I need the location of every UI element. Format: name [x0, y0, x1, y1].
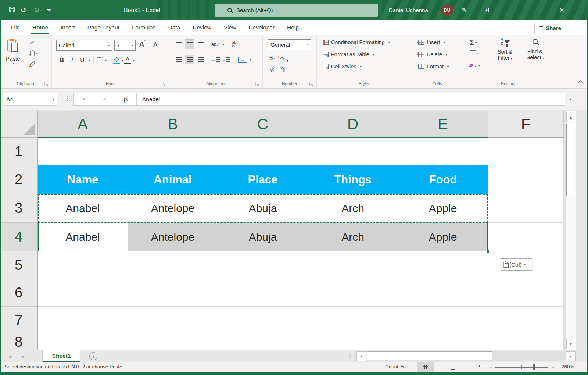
tab-formulas[interactable]: Formulas — [126, 20, 162, 35]
clipboard-dialog-launcher[interactable]: ↘ — [44, 82, 49, 86]
tab-insert[interactable]: Insert — [54, 20, 81, 35]
row-header-1[interactable]: 1 — [0, 138, 37, 165]
wrap-text-button[interactable]: ab c↩ — [232, 40, 237, 48]
horizontal-scrollbar[interactable] — [367, 351, 566, 361]
decrease-decimal-button[interactable]: .00→0 — [280, 66, 286, 73]
font-color-dropdown-icon[interactable]: ▾ — [133, 59, 134, 62]
row-8-cells[interactable] — [38, 334, 564, 350]
cell-d2[interactable]: Things — [308, 165, 398, 194]
format-cells-button[interactable]: Format▾ — [418, 64, 449, 69]
row-header-7[interactable]: 7 — [0, 307, 37, 334]
ribbon-display-options-icon[interactable]: ▲ — [484, 0, 489, 20]
tab-home[interactable]: Home — [26, 20, 54, 35]
cell-a3[interactable]: Anabel — [38, 194, 128, 223]
borders-button[interactable] — [97, 57, 103, 63]
share-button[interactable]: Share — [534, 23, 566, 33]
scroll-up-icon[interactable]: ▲ — [566, 112, 575, 122]
customize-quick-access-icon[interactable]: ▾ — [47, 9, 51, 12]
paste-button[interactable]: Paste ▾ — [6, 39, 20, 65]
cell-d3[interactable]: Arch — [308, 194, 398, 223]
number-format-combo[interactable]: General▾ — [268, 39, 311, 50]
vertical-scrollbar[interactable]: ▲ ▼ — [565, 111, 576, 350]
redo-button[interactable]: ↻▾ — [34, 7, 42, 14]
tab-help[interactable]: Help — [281, 20, 305, 35]
bold-button[interactable]: B — [57, 56, 67, 65]
cell-styles-button[interactable]: ✎ Cell Styles▾ — [323, 64, 362, 69]
cell-f2[interactable] — [488, 165, 564, 194]
italic-button[interactable]: I — [67, 56, 77, 65]
format-painter-icon[interactable] — [29, 60, 36, 69]
conditional-formatting-button[interactable]: Conditional Formatting▾ — [323, 39, 390, 45]
format-as-table-button[interactable]: ✎ Format as Table▾ — [323, 51, 374, 57]
percent-style-button[interactable]: % — [278, 54, 284, 62]
page-break-view-button[interactable] — [471, 362, 488, 372]
search-box[interactable]: Search (Alt+Q) — [215, 4, 378, 17]
borders-dropdown-icon[interactable]: ▾ — [105, 59, 107, 62]
cell-b2[interactable]: Animal — [128, 165, 218, 194]
row-7-cells[interactable] — [38, 307, 564, 334]
minimize-button[interactable]: − — [511, 0, 514, 20]
column-header-f[interactable]: F — [488, 111, 564, 138]
hscroll-right-icon[interactable]: ▸ — [566, 351, 576, 361]
save-icon[interactable] — [9, 6, 15, 14]
find-select-button[interactable]: Find & Select▾ — [520, 38, 550, 60]
font-family-combo[interactable]: Calibri▾ — [56, 40, 112, 51]
column-header-c[interactable]: C — [218, 111, 308, 138]
increase-decimal-button[interactable]: ←0.00 — [269, 66, 275, 73]
insert-cells-button[interactable]: ◀ Insert▾ — [418, 39, 445, 45]
row-header-5[interactable]: 5 — [0, 251, 37, 279]
column-header-e[interactable]: E — [398, 111, 488, 138]
font-size-combo[interactable]: 7▾ — [114, 40, 136, 51]
fill-color-button[interactable] — [113, 56, 120, 64]
cut-icon[interactable]: ✂ — [29, 39, 35, 46]
align-bottom-button[interactable] — [196, 39, 205, 49]
underline-dropdown-icon[interactable]: ▾ — [89, 59, 90, 62]
zoom-in-button[interactable]: + — [551, 362, 555, 372]
tab-view[interactable]: View — [218, 20, 242, 35]
fill-handle[interactable] — [486, 250, 490, 253]
user-name[interactable]: Daniel Uchenna — [389, 0, 428, 20]
avatar[interactable]: DU — [441, 4, 453, 16]
paste-options-button[interactable]: (Ctrl) ▾ — [501, 258, 532, 271]
cell-c3[interactable]: Abuja — [218, 194, 308, 223]
row-header-8[interactable]: 8 — [0, 334, 37, 350]
select-all-corner[interactable] — [0, 111, 38, 138]
cell-b3[interactable]: Antelope — [128, 194, 218, 223]
column-header-a[interactable]: A — [38, 111, 128, 138]
row-6-cells[interactable] — [38, 279, 564, 307]
paste-options-dropdown-icon[interactable]: ▾ — [524, 263, 526, 266]
paste-dropdown-icon[interactable]: ▾ — [7, 62, 20, 65]
scroll-down-icon[interactable]: ▼ — [566, 339, 575, 349]
comma-style-button[interactable]: , — [287, 53, 289, 63]
fill-color-dropdown-icon[interactable]: ▾ — [122, 59, 123, 62]
grow-font-button[interactable]: Aˆ — [139, 40, 146, 49]
cancel-icon[interactable]: × — [82, 96, 86, 103]
align-center-button[interactable] — [185, 55, 194, 64]
align-right-button[interactable] — [196, 55, 205, 64]
tab-data[interactable]: Data — [162, 20, 186, 35]
sort-filter-button[interactable]: AZ Sort & Filter▾ — [491, 38, 519, 61]
clear-button[interactable]: ▾ — [470, 64, 480, 67]
name-box-dropdown-icon[interactable]: ▾ — [53, 98, 54, 101]
collapse-ribbon-icon[interactable] — [578, 80, 583, 85]
formula-bar-drag-dots[interactable]: ⋮⋮ — [65, 95, 74, 102]
tab-developer[interactable]: Developer — [242, 20, 281, 35]
hscroll-left-icon[interactable]: ◂ — [356, 351, 366, 361]
row-5-cells[interactable] — [38, 251, 564, 279]
zoom-out-button[interactable]: − — [489, 362, 492, 372]
enter-icon[interactable]: ✓ — [103, 96, 107, 103]
tab-review[interactable]: Review — [186, 20, 218, 35]
increase-indent-button[interactable]: → — [222, 57, 230, 62]
zoom-slider-thumb[interactable] — [533, 364, 535, 370]
merge-center-button[interactable]: ↔ — [238, 57, 247, 63]
row-header-4[interactable]: 4 — [0, 223, 37, 251]
tab-page-layout[interactable]: Page Layout — [81, 20, 126, 35]
inking-pen-icon[interactable]: ✎ — [462, 0, 467, 20]
merge-dropdown-icon[interactable]: ▾ — [250, 58, 251, 61]
fill-button[interactable]: ↓▾ — [470, 50, 478, 56]
expand-formula-bar-icon[interactable]: ▾ — [569, 95, 571, 102]
align-left-button[interactable] — [174, 55, 183, 64]
page-layout-view-button[interactable] — [445, 362, 462, 372]
copy-button[interactable]: ▾ — [29, 50, 37, 56]
vertical-scroll-thumb[interactable] — [566, 124, 575, 196]
